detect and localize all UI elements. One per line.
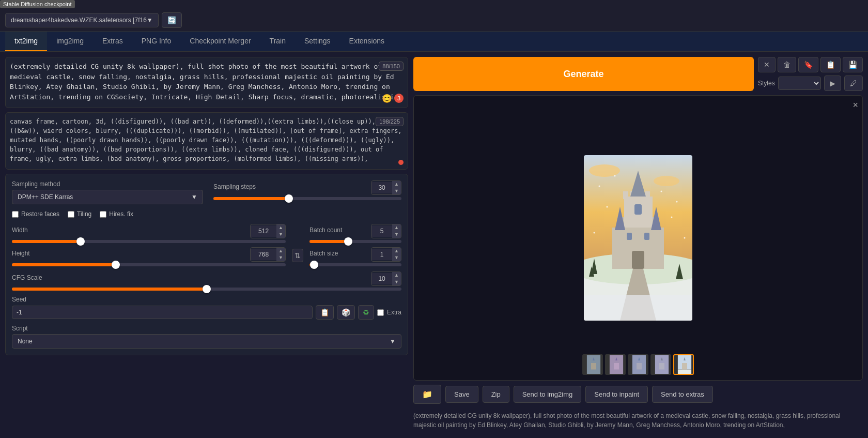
send-to-extras-button[interactable]: Send to extras [652, 386, 713, 403]
steps-increment-button[interactable]: ▲ [392, 181, 401, 188]
sampling-method-dropdown[interactable]: DPM++ SDE Karras ▼ [12, 190, 203, 204]
script-arrow-icon: ▼ [390, 338, 396, 345]
batch-count-input[interactable] [371, 225, 392, 237]
send-to-inpaint-button[interactable]: Send to inpaint [585, 386, 648, 403]
hires-fix-checkbox[interactable] [100, 211, 106, 218]
height-decrement-button[interactable]: ▼ [276, 254, 285, 261]
checkboxes-row: Restore faces Tiling Hires. fix [12, 210, 401, 218]
tab-checkpoint-merger[interactable]: Checkpoint Merger [180, 32, 260, 51]
steps-slider[interactable] [213, 197, 401, 200]
settings-panel: Sampling method DPM++ SDE Karras ▼ Sampl… [5, 174, 408, 355]
width-decrement-button[interactable]: ▼ [276, 231, 285, 238]
seed-recycle-button[interactable]: ♻ [358, 305, 374, 320]
tab-pnginfo[interactable]: PNG Info [132, 32, 181, 51]
height-value-input[interactable] [251, 249, 276, 260]
tab-train[interactable]: Train [260, 32, 295, 51]
bookmark-button[interactable]: 🔖 [798, 57, 818, 72]
cfg-scale-slider[interactable] [12, 288, 401, 291]
cfg-increment-button[interactable]: ▲ [392, 272, 401, 279]
sampling-method-section: Sampling method DPM++ SDE Karras ▼ [12, 180, 203, 204]
height-increment-button[interactable]: ▲ [276, 248, 285, 254]
svg-rect-14 [648, 228, 664, 269]
hires-fix-label: Hires. fix [109, 210, 133, 218]
positive-prompt-input[interactable]: (extremely detailed CG unity 8k wallpape… [10, 62, 404, 102]
apply-styles-icon-button[interactable]: 🖊 [844, 75, 863, 91]
restore-faces-checkbox[interactable] [12, 211, 19, 218]
interrupt-button[interactable]: ✕ [758, 57, 776, 72]
apply-styles-button[interactable]: ▶ [824, 75, 841, 91]
checkpoint-refresh-button[interactable]: 🔄 [162, 12, 182, 28]
svg-point-29 [676, 201, 678, 203]
svg-rect-22 [584, 295, 692, 321]
thumbnail-5[interactable] [673, 354, 694, 375]
save-icon-button[interactable]: 💾 [843, 57, 863, 72]
main-layout: 88/150 (extremely detailed CG unity 8k w… [0, 52, 868, 438]
swap-dimensions-section: ⇅ [292, 224, 303, 266]
svg-rect-8 [623, 191, 628, 199]
close-image-button[interactable]: × [853, 100, 858, 111]
cfg-value-input[interactable] [371, 273, 392, 284]
svg-point-28 [661, 191, 662, 192]
negative-prompt-dot [398, 160, 404, 165]
copy-button[interactable]: 📋 [820, 57, 841, 72]
svg-rect-42 [637, 363, 642, 370]
trash-button[interactable]: 🗑 [778, 57, 796, 72]
svg-point-32 [594, 232, 595, 234]
checkpoint-tooltip: Stable Diffusion checkpoint [0, 0, 75, 8]
zip-button[interactable]: Zip [483, 386, 509, 403]
tiling-label: Tiling [77, 210, 91, 218]
steps-value-input[interactable] [371, 182, 392, 193]
batch-size-decrement-button[interactable]: ▼ [392, 254, 401, 261]
tab-extensions[interactable]: Extensions [340, 32, 394, 51]
svg-rect-17 [634, 204, 642, 215]
svg-rect-13 [612, 228, 628, 269]
hires-fix-checkbox-item: Hires. fix [100, 210, 133, 218]
height-slider[interactable] [12, 263, 286, 266]
seed-dice-button[interactable]: 🎲 [337, 305, 355, 320]
checkpoint-name: dreamshaper4bakedvae.WZEK.safetensors [7… [11, 17, 147, 24]
swap-dimensions-button[interactable]: ⇅ [292, 249, 303, 262]
batch-count-section: Batch count ▲ ▼ [309, 224, 401, 243]
script-dropdown[interactable]: None ▼ [12, 334, 401, 349]
styles-dropdown[interactable] [778, 77, 821, 90]
restore-faces-checkbox-item: Restore faces [12, 210, 59, 218]
open-folder-button[interactable]: 📁 [413, 385, 441, 404]
batch-size-slider[interactable] [309, 263, 401, 266]
tiling-checkbox[interactable] [68, 211, 74, 218]
tab-txt2img[interactable]: txt2img [5, 32, 47, 51]
batch-count-slider[interactable] [309, 240, 401, 243]
batch-size-increment-button[interactable]: ▲ [392, 248, 401, 254]
thumbnail-1[interactable] [582, 354, 603, 375]
batch-size-input[interactable] [371, 249, 392, 260]
batch-count-increment-button[interactable]: ▲ [392, 224, 401, 231]
width-value-input[interactable] [251, 225, 276, 237]
tab-extras[interactable]: Extras [93, 32, 132, 51]
seed-input[interactable] [12, 306, 313, 319]
width-slider[interactable] [12, 240, 286, 243]
tab-settings[interactable]: Settings [295, 32, 340, 51]
thumbnail-2[interactable] [605, 354, 626, 375]
batch-count-decrement-button[interactable]: ▼ [392, 231, 401, 238]
save-button[interactable]: Save [445, 386, 478, 403]
width-increment-button[interactable]: ▲ [276, 224, 285, 231]
checkpoint-dropdown[interactable]: dreamshaper4bakedvae.WZEK.safetensors [7… [5, 13, 159, 27]
dimensions-batch-row: Width ▲ ▼ [12, 224, 401, 266]
steps-input-group: ▲ ▼ [371, 180, 401, 195]
send-to-img2img-button[interactable]: Send to img2img [514, 386, 582, 403]
tab-img2img[interactable]: img2img [47, 32, 93, 51]
height-input-group: ▲ ▼ [250, 247, 286, 262]
negative-prompt-input[interactable]: canvas frame, cartoon, 3d, ((disfigured)… [10, 117, 404, 163]
cfg-decrement-button[interactable]: ▼ [392, 279, 401, 285]
thumbnail-3[interactable] [628, 354, 648, 375]
steps-slider-row [213, 197, 401, 200]
sampling-steps-label: Sampling steps [213, 183, 256, 190]
generate-button[interactable]: Generate [413, 57, 754, 91]
right-panel: Generate ✕ 🗑 🔖 📋 💾 Styles ▶ 🖊 [408, 57, 863, 433]
extra-seed-checkbox[interactable] [377, 309, 384, 316]
thumbnail-4[interactable] [650, 354, 671, 375]
nav-tabs: txt2img img2img Extras PNG Info Checkpoi… [0, 32, 868, 52]
seed-copy-button[interactable]: 📋 [316, 305, 334, 320]
sampling-method-value: DPM++ SDE Karras [18, 193, 73, 201]
extra-label: Extra [387, 309, 401, 316]
steps-decrement-button[interactable]: ▼ [392, 188, 401, 194]
